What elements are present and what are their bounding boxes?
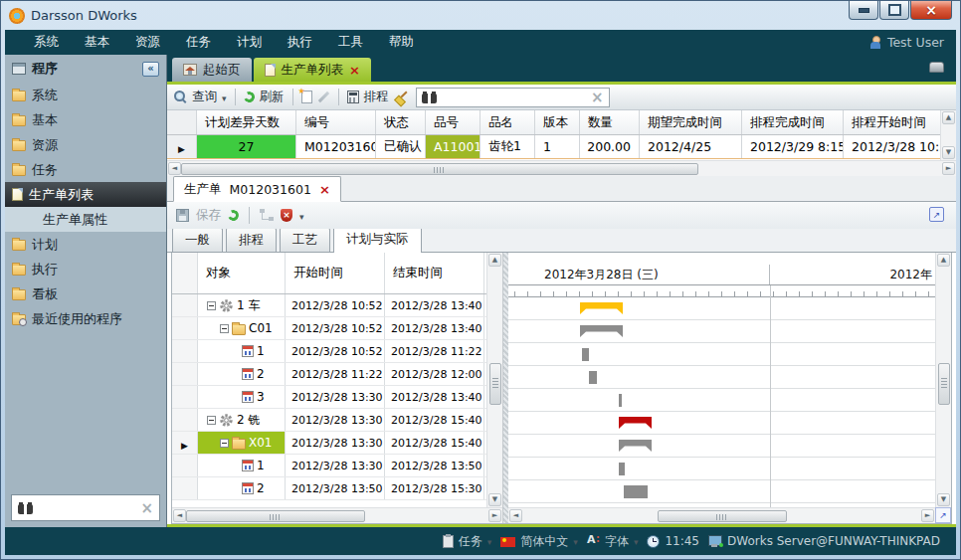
scroll-down-icon[interactable] xyxy=(488,493,501,506)
gantt-bar-task[interactable] xyxy=(582,348,589,361)
user-menu[interactable]: Test User xyxy=(869,35,944,50)
document-tab[interactable]: 生产单 M012031601 xyxy=(173,176,341,202)
close-button[interactable] xyxy=(910,1,952,20)
schedule-button[interactable]: 排程 xyxy=(364,89,389,105)
tab-active[interactable]: 生产单列表 xyxy=(254,58,371,82)
menu-item[interactable]: 计划 xyxy=(224,31,275,54)
scrollbar-thumb[interactable] xyxy=(186,510,365,522)
scroll-down-icon[interactable] xyxy=(942,146,955,159)
scrollbar-thumb[interactable] xyxy=(489,363,501,405)
pin-icon[interactable] xyxy=(929,62,944,73)
sidebar-item[interactable]: 基本 xyxy=(5,107,166,132)
query-dropdown-icon[interactable] xyxy=(222,90,227,104)
toolbar-search-clear-icon[interactable] xyxy=(591,89,604,106)
page-tab[interactable]: 排程 xyxy=(226,228,277,252)
sidebar-item[interactable]: 看板 xyxy=(5,281,166,306)
grid-data-row[interactable]: 27M012031601已确认A11001齿轮11200.002012/4/25… xyxy=(167,135,940,159)
refresh-icon[interactable] xyxy=(226,208,240,222)
gantt-bar-task[interactable] xyxy=(619,394,622,407)
task-row[interactable]: 12012/3/28 10:522012/3/28 11:22 xyxy=(172,340,486,363)
grid-column-header[interactable]: 版本 xyxy=(535,110,580,134)
new-document-icon[interactable] xyxy=(301,91,312,103)
grid-column-header[interactable]: 品号 xyxy=(426,110,480,134)
task-row[interactable]: 12012/3/28 13:302012/3/28 13:50 xyxy=(172,455,486,477)
scroll-left-icon[interactable] xyxy=(509,509,522,522)
maximize-button[interactable] xyxy=(879,1,909,20)
sidebar-item[interactable]: 系统 xyxy=(5,83,166,107)
sidebar-item[interactable]: 执行 xyxy=(5,257,166,281)
page-tab[interactable]: 一般 xyxy=(172,228,223,252)
grid-horizontal-scrollbar[interactable] xyxy=(167,160,956,176)
task-column-header[interactable]: 对象 xyxy=(198,253,286,293)
expander-icon[interactable] xyxy=(220,439,229,448)
task-table-horizontal-scrollbar[interactable] xyxy=(172,507,502,523)
tab-close-icon[interactable] xyxy=(349,63,360,78)
scroll-right-icon[interactable] xyxy=(921,509,934,522)
open-external-button[interactable] xyxy=(929,207,944,222)
grid-column-header[interactable]: 排程开始时间 xyxy=(844,110,940,134)
scroll-up-icon[interactable] xyxy=(488,254,501,267)
grid-column-header[interactable]: 数量 xyxy=(580,110,640,134)
menu-item[interactable]: 工具 xyxy=(325,31,376,54)
page-tab[interactable]: 计划与实际 xyxy=(333,227,422,253)
scroll-up-icon[interactable] xyxy=(942,111,955,124)
task-row[interactable]: 32012/3/28 13:302012/3/28 13:40 xyxy=(172,386,486,409)
refresh-button[interactable]: 刷新 xyxy=(260,89,285,105)
scroll-down-icon[interactable] xyxy=(937,493,950,506)
shield-cancel-icon[interactable] xyxy=(281,209,292,222)
scroll-up-icon[interactable] xyxy=(937,254,950,267)
toolbar-search-input[interactable] xyxy=(442,91,586,104)
expander-icon[interactable] xyxy=(220,324,229,333)
hierarchy-icon[interactable] xyxy=(260,209,274,222)
task-row[interactable]: 22012/3/28 13:502012/3/28 15:30 xyxy=(172,477,486,500)
tab-inactive[interactable]: 起始页 xyxy=(172,58,252,82)
menu-item[interactable]: 帮助 xyxy=(376,31,427,54)
scroll-right-icon[interactable] xyxy=(942,162,955,175)
expander-icon[interactable] xyxy=(207,301,216,310)
scrollbar-thumb[interactable] xyxy=(181,163,698,175)
scroll-left-icon[interactable] xyxy=(168,162,181,175)
minimize-button[interactable] xyxy=(849,1,878,20)
scrollbar-thumb[interactable] xyxy=(658,510,787,522)
menu-item[interactable]: 系统 xyxy=(21,31,72,54)
gantt-bar-task[interactable] xyxy=(619,463,625,475)
menu-item[interactable]: 执行 xyxy=(275,31,325,54)
task-column-header[interactable]: 结束时间 xyxy=(385,253,484,293)
query-button[interactable]: 查询 xyxy=(192,89,217,105)
menu-item[interactable]: 任务 xyxy=(173,31,224,54)
gantt-vertical-scrollbar[interactable] xyxy=(935,253,951,507)
sidebar-item[interactable]: 计划 xyxy=(5,232,166,257)
task-row[interactable]: C012012/3/28 10:522012/3/28 13:40 xyxy=(172,317,486,340)
menu-item[interactable]: 基本 xyxy=(72,31,122,54)
sidebar-item[interactable]: 资源 xyxy=(5,132,166,157)
gantt-bar-task[interactable] xyxy=(624,485,648,498)
task-row[interactable]: 1 车2012/3/28 10:522012/3/28 13:40 xyxy=(172,294,486,317)
gantt-bar-task[interactable] xyxy=(589,371,597,384)
save-button[interactable]: 保存 xyxy=(196,207,221,224)
edit-icon[interactable] xyxy=(317,91,330,103)
status-language-menu[interactable]: 简体中文 xyxy=(500,533,578,550)
gantt-expand-icon[interactable] xyxy=(935,507,951,523)
broom-icon[interactable] xyxy=(394,91,408,104)
grid-column-header[interactable]: 计划差异天数 xyxy=(197,110,296,134)
page-tab[interactable]: 工艺 xyxy=(280,228,330,252)
sidebar-search-input[interactable] xyxy=(39,501,134,515)
scrollbar-thumb[interactable] xyxy=(938,363,950,405)
grid-column-header[interactable]: 期望完成时间 xyxy=(640,110,742,134)
grid-column-header[interactable]: 排程完成时间 xyxy=(742,110,844,134)
menu-item[interactable]: 资源 xyxy=(122,31,173,54)
task-row[interactable]: 22012/3/28 11:222012/3/28 12:00 xyxy=(172,363,486,386)
sidebar-item[interactable]: 最近使用的程序 xyxy=(5,306,166,331)
status-font-menu[interactable]: 字体 xyxy=(587,533,639,550)
expander-icon[interactable] xyxy=(207,416,216,425)
gantt-horizontal-scrollbar[interactable] xyxy=(508,507,935,523)
shield-dropdown-icon[interactable] xyxy=(299,208,304,223)
sidebar-item[interactable]: 任务 xyxy=(5,157,166,182)
grid-column-header[interactable]: 编号 xyxy=(296,110,376,134)
task-row[interactable]: 2 铣2012/3/28 13:302012/3/28 15:40 xyxy=(172,409,486,432)
status-task-menu[interactable]: 任务 xyxy=(443,533,492,550)
task-row[interactable]: X012012/3/28 13:302012/3/28 15:40 xyxy=(172,432,486,455)
task-column-header[interactable]: 开始时间 xyxy=(286,253,385,293)
grid-column-header[interactable]: 品名 xyxy=(480,110,535,134)
sidebar-search-clear-icon[interactable] xyxy=(140,498,153,517)
